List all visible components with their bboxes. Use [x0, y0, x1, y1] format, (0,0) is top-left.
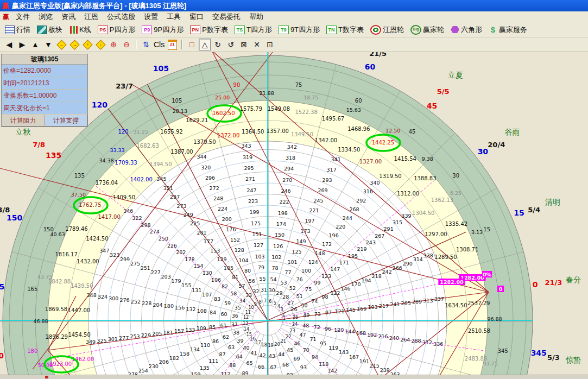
menu-item-工具[interactable]: 工具 — [162, 11, 185, 22]
solar-term-label: 立秋 — [15, 128, 30, 136]
toolbar-button-label: 9T四方形 — [290, 25, 320, 35]
toolbar-button-T数字表[interactable]: TNT数字表 — [323, 23, 367, 36]
main-toolbar: 行情板块K线PSP四方形P99P四方形PNP数字表TST四方形T99T四方形TN… — [0, 22, 588, 37]
spiral-number: 102 — [271, 254, 281, 260]
toolbar-button-K线[interactable]: K线 — [66, 23, 94, 36]
spiral-number: 130 — [203, 270, 212, 276]
updown-icon[interactable]: ⇅ — [140, 39, 152, 50]
toolbar-button-板块[interactable]: 板块 — [34, 23, 66, 36]
spiral-number: 24 — [292, 322, 298, 327]
spiral-number: 301 — [108, 336, 118, 342]
toolbar-button-9T四方形[interactable]: T99T四方形 — [275, 23, 323, 36]
chip-ts-icon: TS — [235, 26, 245, 34]
xbox-tool-icon[interactable]: ⊠ — [238, 39, 250, 50]
outer-price-label: 1896.29 — [46, 334, 68, 340]
diamond-up-icon[interactable]: ↑ — [81, 39, 93, 50]
triangle-tool-icon[interactable]: △ — [199, 39, 211, 50]
cls-button[interactable]: Cls — [153, 39, 165, 50]
spiral-number: 169 — [357, 306, 366, 312]
inner-price-label: 1402.00 — [130, 176, 152, 182]
menu-item-窗口[interactable]: 窗口 — [185, 11, 208, 22]
spiral-number: 41 — [251, 350, 257, 356]
toolbar-button-9P四方形[interactable]: P99P四方形 — [138, 23, 187, 36]
toolbar-button-江恩轮[interactable]: 江恩轮 — [367, 23, 407, 36]
spiral-number: 28 — [282, 294, 289, 300]
spiral-number: 35 — [235, 305, 241, 311]
spiral-number: 146 — [340, 286, 350, 292]
status-red-mark — [45, 376, 48, 378]
spiral-number: 196 — [329, 232, 339, 238]
diamond-down-icon[interactable]: ↓ — [94, 39, 106, 50]
rotate-ccw-icon[interactable]: ↺ — [225, 39, 237, 50]
outer-price-label: 1468.96 — [347, 126, 370, 132]
spiral-number: 292 — [356, 198, 366, 204]
diamond-right-icon[interactable]: → — [68, 39, 80, 50]
menu-item-浏览[interactable]: 浏览 — [34, 11, 57, 22]
zoom-in-icon[interactable]: ⊕ — [108, 39, 119, 50]
menu-item-公式选股[interactable]: 公式选股 — [103, 11, 140, 22]
spiral-number: 69 — [294, 356, 300, 362]
current-value-marker-text: 1282.00 — [440, 279, 464, 285]
outer-red-degree: 135 — [46, 151, 61, 160]
spiral-number: 341 — [331, 156, 341, 162]
diamond-left-icon[interactable]: ← — [55, 39, 67, 50]
spiral-number: 294 — [284, 166, 294, 172]
spiral-number: 129 — [217, 256, 226, 262]
spiral-number: 54 — [270, 276, 277, 282]
spiral-number: 264 — [400, 337, 410, 343]
percent-label: 93.75 — [483, 361, 498, 367]
spiral-number: 247 — [247, 187, 257, 193]
spiral-number: 134 — [190, 346, 200, 352]
cross-tool-icon[interactable]: ✕ — [251, 39, 263, 50]
spiral-number: 23 — [290, 329, 295, 333]
screen-pin-icon[interactable]: ⊡ — [264, 39, 276, 50]
outer-blue-degree: 15 — [514, 209, 524, 217]
bottom-status-strip[interactable] — [0, 375, 588, 379]
spiral-number: 191 — [359, 358, 369, 364]
outer-blue-degree: 30 — [478, 147, 489, 156]
spiral-number: 229 — [141, 332, 151, 338]
prev-icon[interactable]: ◀ — [3, 39, 15, 50]
rect-tool-icon[interactable]: □ — [186, 39, 198, 50]
toolbar-button-行情[interactable]: 行情 — [2, 23, 34, 36]
toolbar-button-P数字表[interactable]: PNP数字表 — [187, 23, 231, 36]
toolbar-button-T四方形[interactable]: TST四方形 — [231, 23, 275, 36]
toolbar-button-label: T四方形 — [246, 25, 272, 35]
spiral-number: 14 — [244, 327, 249, 332]
inner-price-label: 1342.00 — [315, 137, 337, 143]
degree-label: 75 — [295, 82, 302, 88]
menu-item-资讯[interactable]: 资讯 — [57, 11, 80, 22]
down-icon[interactable]: ▼ — [42, 39, 54, 50]
toolbar-button-P四方形[interactable]: PSP四方形 — [94, 23, 139, 36]
zoom-out-icon[interactable]: ⊖ — [121, 39, 132, 50]
menu-item-设置[interactable]: 设置 — [140, 11, 162, 22]
menu-item-江恩[interactable]: 江恩 — [80, 11, 103, 22]
spiral-number: 65 — [246, 360, 253, 366]
toolbar-button-赢家轮[interactable]: Big赢家轮 — [407, 23, 447, 36]
current-value-marker-text: 0% — [483, 271, 492, 277]
calc-resistance-button[interactable]: 计算阻力 — [2, 115, 45, 127]
spiral-number: 224 — [218, 206, 227, 212]
toolbar-button-赢家服务[interactable]: $赢家服务 — [485, 23, 530, 36]
next-icon[interactable]: ▶ — [16, 39, 28, 50]
up-icon[interactable]: ▲ — [29, 39, 41, 50]
gann-wheel-chart[interactable]: 1234567891011121314151617181920212223242… — [0, 0, 588, 379]
toolbar-button-label: 江恩轮 — [383, 25, 404, 35]
calendar-date-label: 23/7 — [116, 82, 133, 90]
menu-item-文件[interactable]: 文件 — [11, 11, 34, 22]
calendar-icon[interactable]: 21 — [166, 39, 178, 50]
spiral-number: 125 — [292, 249, 301, 255]
spiral-number: 342 — [287, 144, 297, 150]
toolbar-button-六角形[interactable]: 六角形 — [447, 23, 485, 36]
menu-item-交易委托[interactable]: 交易委托 — [208, 11, 245, 22]
rotate-cw-icon[interactable]: ↻ — [212, 39, 224, 50]
spiral-number: 254 — [138, 368, 148, 374]
degree-label: 15 — [483, 226, 490, 232]
calc-support-button[interactable]: 计算支撑 — [45, 115, 87, 127]
title-bar[interactable]: 赢 赢家江恩专业版[赢家内部服务平台] - [玻璃1305 江恩轮] — [0, 0, 588, 11]
sector-blocks-icon — [37, 26, 47, 34]
degree-label: 45 — [409, 129, 416, 135]
menu-item-帮助[interactable]: 帮助 — [245, 11, 268, 22]
outer-price-label: 1415.54 — [394, 156, 416, 162]
spiral-number: 158 — [180, 351, 189, 357]
